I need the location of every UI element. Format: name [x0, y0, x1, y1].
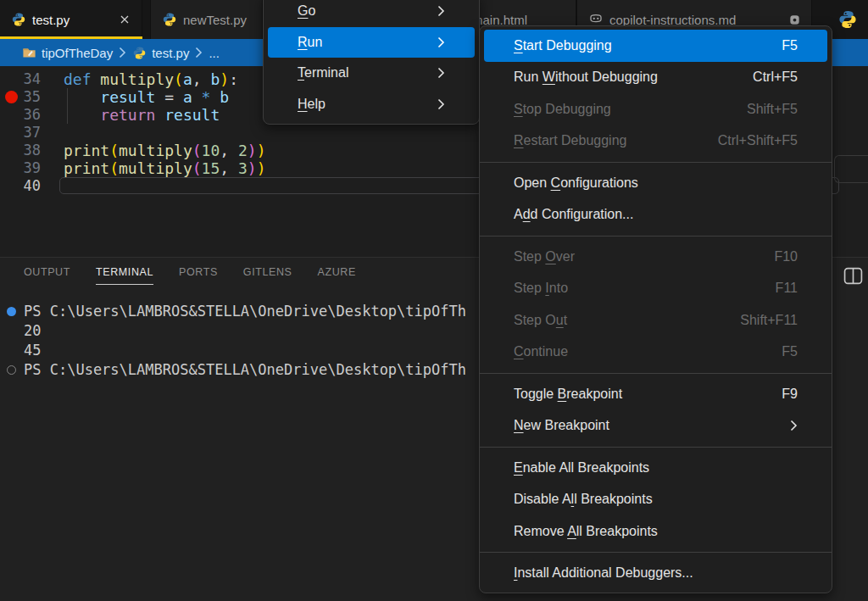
main-menu-dropdown: GoRunTerminalHelp	[263, 0, 480, 125]
menu-item-run-without-debugging[interactable]: Run Without DebuggingCtrl+F5	[484, 62, 827, 94]
menu-shortcut: F10	[757, 249, 798, 264]
chevron-right-icon	[437, 98, 445, 110]
terminal-text: PS C:\Users\LAMBROS&STELLA\OneDrive\Desk…	[24, 361, 466, 378]
vscode-window: test.py newTest.py main.html copilot-ins…	[0, 0, 868, 601]
chevron-right-icon	[437, 36, 445, 48]
terminal-text: PS C:\Users\LAMBROS&STELLA\OneDrive\Desk…	[24, 303, 466, 320]
menu-separator	[480, 231, 832, 241]
menu-item-help[interactable]: Help	[268, 89, 475, 120]
breadcrumb-file-label: test.py	[152, 46, 189, 60]
menu-item-new-breakpoint[interactable]: New Breakpoint	[484, 410, 827, 442]
tab-test-py[interactable]: test.py	[0, 0, 142, 39]
command-decoration-filled[interactable]	[7, 307, 16, 316]
gutter-line-36: 36	[0, 106, 41, 124]
menu-item-step-over: Step OverF10	[484, 241, 827, 273]
command-decoration-outline[interactable]	[7, 365, 16, 375]
menu-item-restart-debugging: Restart DebuggingCtrl+Shift+F5	[484, 125, 827, 158]
menu-item-open-configurations[interactable]: Open Configurations	[484, 167, 827, 199]
gutter-line-40: 40	[0, 177, 41, 195]
indent-guide	[67, 88, 68, 124]
breadcrumb-file[interactable]: test.py	[132, 46, 189, 60]
submenu-arrow	[773, 420, 798, 431]
code-text: result = a * b	[41, 88, 229, 106]
code-text	[41, 124, 64, 142]
menu-item-install-additional-debuggers[interactable]: Install Additional Debuggers...	[484, 558, 827, 590]
tab-label: newTest.py	[183, 13, 247, 27]
folder-icon	[22, 46, 36, 60]
panel-tab-gitlens[interactable]: GITLENS	[243, 266, 292, 285]
menu-item-label: Continue	[514, 344, 568, 359]
breadcrumb-folder[interactable]: tipOfTheDay	[22, 46, 113, 60]
menu-item-label: Step Into	[514, 281, 568, 296]
gutter-line-34: 34	[0, 70, 41, 88]
panel-tab-azure[interactable]: AZURE	[318, 266, 356, 285]
menu-separator	[480, 442, 832, 452]
breadcrumb-folder-label: tipOfTheDay	[42, 46, 113, 60]
menu-item-continue: ContinueF5	[484, 337, 827, 369]
python-icon	[11, 12, 26, 27]
menu-item-label: Enable All Breakpoints	[514, 460, 649, 476]
panel-tab-terminal[interactable]: TERMINAL	[96, 266, 153, 285]
menu-shortcut: F5	[765, 344, 798, 359]
panel-tab-bar: OUTPUTTERMINALPORTSGITLENSAZURE	[24, 266, 356, 285]
gutter-line-35: 35	[0, 88, 41, 106]
breadcrumb-more-label: ...	[209, 46, 220, 60]
tab-newtest-py[interactable]: newTest.py	[150, 0, 263, 39]
chevron-right-icon	[790, 420, 798, 431]
line-number: 35	[24, 88, 41, 105]
menu-item-label: New Breakpoint	[514, 418, 609, 433]
menu-shortcut: F11	[759, 281, 798, 296]
menu-item-step-out: Step OutShift+F11	[484, 304, 827, 337]
breakpoint-dot[interactable]	[5, 91, 18, 103]
submenu-arrow	[420, 98, 445, 110]
close-icon[interactable]	[119, 14, 131, 25]
panel-tab-ports[interactable]: PORTS	[179, 266, 218, 285]
menu-item-label: Install Additional Debuggers...	[514, 565, 693, 581]
breadcrumb-more[interactable]: ...	[209, 46, 220, 60]
code-text: def multiply(a, b):	[41, 70, 238, 88]
menu-item-label: Open Configurations	[514, 175, 638, 191]
menu-shortcut: F9	[765, 387, 798, 402]
menu-shortcut: Ctrl+Shift+F5	[701, 133, 798, 148]
panel-tab-output[interactable]: OUTPUT	[24, 266, 70, 285]
menu-item-remove-all-breakpoints[interactable]: Remove All Breakpoints	[484, 515, 827, 548]
tab-label: copilot-instructions.md	[609, 13, 736, 27]
line-number: 37	[24, 124, 41, 141]
menu-item-toggle-breakpoint[interactable]: Toggle BreakpointF9	[484, 378, 827, 410]
menu-item-stop-debugging: Stop DebuggingShift+F5	[484, 93, 827, 125]
line-number: 38	[24, 142, 41, 159]
python-icon	[132, 46, 147, 60]
menu-item-disable-all-breakpoints[interactable]: Disable All Breakpoints	[484, 484, 827, 516]
menu-item-start-debugging[interactable]: Start DebuggingF5	[484, 30, 827, 62]
gutter-line-38: 38	[0, 142, 41, 159]
menu-item-run[interactable]: Run	[268, 27, 475, 58]
menu-item-label: Step Over	[514, 249, 575, 264]
menu-shortcut: Ctrl+F5	[736, 70, 798, 85]
menu-item-label: Run	[298, 35, 322, 50]
menu-item-go[interactable]: Go	[268, 0, 475, 27]
pin-icon	[788, 14, 801, 26]
run-menu: Start DebuggingF5Run Without DebuggingCt…	[479, 25, 832, 593]
code-text: print(multiply(10, 2))	[41, 142, 265, 159]
menu-item-label: Help	[298, 97, 326, 112]
split-editor-icon[interactable]	[843, 266, 863, 286]
chevron-right-icon	[437, 67, 445, 79]
menu-item-enable-all-breakpoints[interactable]: Enable All Breakpoints	[484, 452, 827, 484]
chevron-right-icon	[195, 47, 203, 58]
line-number: 39	[24, 159, 41, 176]
code-text: print(multiply(15, 3))	[41, 159, 265, 177]
menu-item-label: Toggle Breakpoint	[514, 387, 622, 402]
menu-item-terminal[interactable]: Terminal	[268, 58, 475, 89]
chevron-right-icon	[119, 47, 126, 58]
menu-item-label: Remove All Breakpoints	[514, 524, 658, 539]
menu-item-label: Terminal	[298, 65, 348, 81]
chevron-right-icon	[437, 5, 445, 17]
menu-separator	[480, 368, 832, 378]
submenu-arrow	[420, 67, 445, 79]
menu-item-add-configuration[interactable]: Add Configuration...	[484, 199, 827, 231]
tab-label: test.py	[32, 13, 70, 27]
gutter-line-39: 39	[0, 159, 41, 177]
menu-item-label: Disable All Breakpoints	[514, 492, 653, 507]
menu-item-label: Step Out	[514, 313, 567, 328]
menu-separator	[480, 157, 832, 167]
